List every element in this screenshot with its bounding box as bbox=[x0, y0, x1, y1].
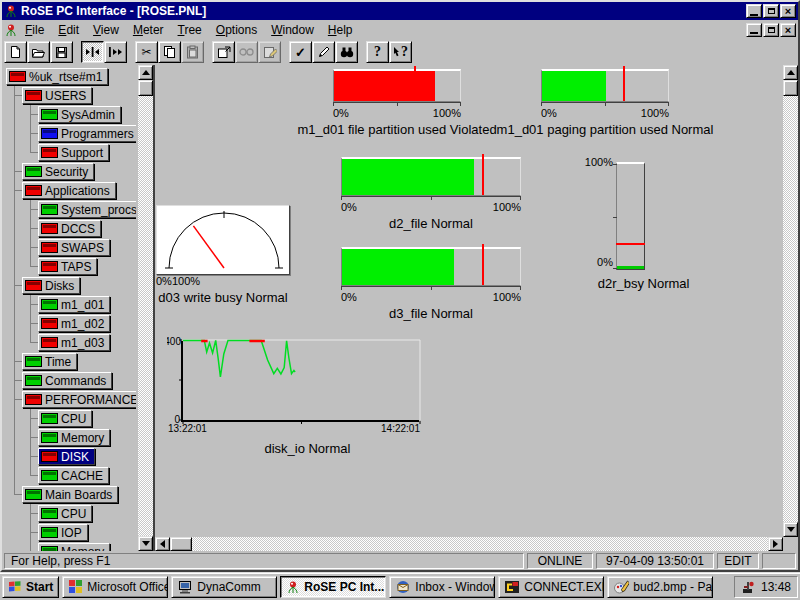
tree-item-main-boards[interactable]: Main Boards bbox=[22, 486, 118, 503]
menu-edit[interactable]: Edit bbox=[51, 21, 86, 39]
tray-utility-icon[interactable] bbox=[741, 580, 756, 594]
tree-row: Support bbox=[2, 143, 136, 162]
canvas-scroll-right-button[interactable] bbox=[768, 537, 783, 551]
meter-d2r-bsy[interactable]: 100% 0% d2r_bsy Normal bbox=[574, 153, 694, 291]
tree-item-memory[interactable]: Memory bbox=[38, 429, 110, 446]
toolbar-copy-button[interactable] bbox=[158, 41, 181, 63]
tree-connector bbox=[30, 152, 38, 153]
meter-caption: d3_file Normal bbox=[389, 306, 473, 321]
task-button-rose-pc-int[interactable]: RoSE PC Int... bbox=[280, 576, 386, 598]
toolbar-cut-button[interactable]: ✂ bbox=[135, 41, 158, 63]
tree-item-applications[interactable]: Applications bbox=[22, 182, 116, 199]
meter-drawer-icon bbox=[41, 508, 58, 519]
tree-scroll-down-button[interactable] bbox=[138, 536, 153, 551]
menu-options[interactable]: Options bbox=[209, 21, 264, 39]
tree-item-cpu[interactable]: CPU bbox=[38, 410, 92, 427]
task-button-connect-exe[interactable]: CONNECT.EXE bbox=[498, 576, 604, 598]
tree-item-m1-d01[interactable]: m1_d01 bbox=[38, 296, 110, 313]
toolbar-pen-button[interactable] bbox=[312, 41, 335, 63]
child-close-button[interactable]: × bbox=[780, 23, 796, 37]
tree-item-label: SysAdmin bbox=[61, 108, 115, 122]
properties-icon bbox=[217, 46, 231, 59]
tree-item-security[interactable]: Security bbox=[22, 163, 94, 180]
task-button-microsoft-office[interactable]: Microsoft Office... bbox=[62, 576, 168, 598]
meter-m1-d01-paging-partition[interactable]: 0%100% m1_d01 paging partition used Norm… bbox=[541, 69, 669, 137]
toolbar-tree-expand-button[interactable] bbox=[104, 41, 127, 63]
bar-gauge bbox=[341, 157, 521, 196]
tree-row: DISK bbox=[2, 447, 136, 466]
tree-row: SysAdmin bbox=[2, 105, 136, 124]
toolbar-find-button[interactable] bbox=[335, 41, 358, 63]
toolbar-properties-button[interactable] bbox=[212, 41, 235, 63]
canvas-scroll-up-button[interactable] bbox=[783, 65, 798, 80]
menu-file[interactable]: File bbox=[18, 21, 51, 39]
child-restore-button[interactable] bbox=[763, 23, 779, 37]
canvas-horizontal-scroll-thumb[interactable] bbox=[170, 537, 192, 551]
meter-caption: d03 write busy Normal bbox=[158, 290, 287, 305]
document-rose-icon[interactable] bbox=[4, 23, 18, 37]
menu-view[interactable]: View bbox=[86, 21, 126, 39]
meter-m1-d01-file-partition[interactable]: 0%100% m1_d01 file partition used Violat… bbox=[333, 69, 461, 137]
canvas-horizontal-scrollbar[interactable] bbox=[155, 537, 783, 551]
tree-item-disk[interactable]: DISK bbox=[38, 448, 95, 465]
tree-item-m1-d03[interactable]: m1_d03 bbox=[38, 334, 110, 351]
tree-item-m1-d02[interactable]: m1_d02 bbox=[38, 315, 110, 332]
menu-window[interactable]: Window bbox=[264, 21, 321, 39]
tree-item-taps[interactable]: TAPS bbox=[38, 258, 97, 275]
canvas-vertical-scroll-thumb[interactable] bbox=[783, 80, 798, 96]
child-minimize-button[interactable] bbox=[746, 23, 762, 37]
tree-item-performance[interactable]: PERFORMANCE bbox=[22, 391, 136, 408]
tree-connector bbox=[14, 409, 15, 428]
tree-item-memory[interactable]: Memory bbox=[38, 543, 110, 551]
tree-item-users[interactable]: USERS bbox=[22, 87, 92, 104]
toolbar-validate-button[interactable]: ✓ bbox=[289, 41, 312, 63]
tree-item-swaps[interactable]: SWAPS bbox=[38, 239, 110, 256]
tree-row: m1_d03 bbox=[2, 333, 136, 352]
start-button[interactable]: Start bbox=[2, 576, 59, 598]
tree-vertical-scrollbar[interactable] bbox=[138, 65, 153, 551]
meter-disk-io-chart[interactable]: 400 0 13:22:01 14:22:01 disk_io Normal bbox=[167, 335, 437, 456]
tree-item--uk-rtse-m1[interactable]: %uk_rtse#m1 bbox=[6, 68, 108, 85]
toolbar-save-button[interactable] bbox=[50, 41, 73, 63]
tree-item-support[interactable]: Support bbox=[38, 144, 109, 161]
meter-d3-file[interactable]: 0%100% d3_file Normal bbox=[341, 247, 521, 321]
tree-item-sysadmin[interactable]: SysAdmin bbox=[38, 106, 121, 123]
tree-item-cache[interactable]: CACHE bbox=[38, 467, 109, 484]
canvas-scroll-left-button[interactable] bbox=[155, 537, 170, 551]
toolbar-new-document-button[interactable] bbox=[4, 41, 27, 63]
tree-item-time[interactable]: Time bbox=[22, 353, 77, 370]
restore-button[interactable] bbox=[763, 4, 779, 18]
menu-meter[interactable]: Meter bbox=[126, 21, 171, 39]
tree-item-disks[interactable]: Disks bbox=[22, 277, 80, 294]
tree-item-dccs[interactable]: DCCS bbox=[38, 220, 101, 237]
tree-panel: %uk_rtse#m1USERSSysAdminProgrammersSuppo… bbox=[2, 65, 155, 551]
windows-flag-icon bbox=[8, 580, 22, 593]
tree-item-commands[interactable]: Commands bbox=[22, 372, 112, 389]
task-button-dynacomm[interactable]: DynaComm bbox=[171, 576, 277, 598]
tree-item-label: DCCS bbox=[61, 222, 95, 236]
toolbar-context-help-button[interactable]: ? bbox=[389, 41, 412, 63]
canvas-vertical-scrollbar[interactable] bbox=[783, 65, 798, 537]
meter-d2-file[interactable]: 0%100% d2_file Normal bbox=[341, 157, 521, 231]
toolbar-tree-collapse-button[interactable] bbox=[81, 41, 104, 63]
tree-item-iop[interactable]: IOP bbox=[38, 524, 88, 541]
task-label: bud2.bmp - Paint bbox=[633, 580, 713, 594]
title-bar[interactable]: RoSE PC Interface - [ROSE.PNL] × bbox=[2, 2, 798, 20]
tree-scroll-thumb[interactable] bbox=[138, 80, 153, 96]
close-button[interactable]: × bbox=[780, 4, 796, 18]
menu-help[interactable]: Help bbox=[321, 21, 360, 39]
tree-item-programmers[interactable]: Programmers bbox=[38, 125, 136, 142]
meter-d03-write-busy[interactable]: 0%100% d03 write busy Normal bbox=[156, 205, 290, 305]
tree-item-cpu[interactable]: CPU bbox=[38, 505, 92, 522]
toolbar-help-button[interactable]: ? bbox=[366, 41, 389, 63]
tree-connector bbox=[30, 209, 38, 210]
toolbar-open-file-button[interactable] bbox=[27, 41, 50, 63]
task-button-inbox-window[interactable]: Inbox - Window... bbox=[389, 576, 495, 598]
tree-scroll-up-button[interactable] bbox=[138, 65, 153, 80]
minimize-button[interactable] bbox=[746, 4, 762, 18]
task-button-bud2-bmp-paint[interactable]: bud2.bmp - Paint bbox=[607, 576, 713, 598]
canvas-scroll-down-button[interactable] bbox=[783, 522, 798, 537]
menu-tree[interactable]: Tree bbox=[171, 21, 209, 39]
tree-item-system-procs[interactable]: System_procs bbox=[38, 201, 136, 218]
tree-row: PERFORMANCE bbox=[2, 390, 136, 409]
